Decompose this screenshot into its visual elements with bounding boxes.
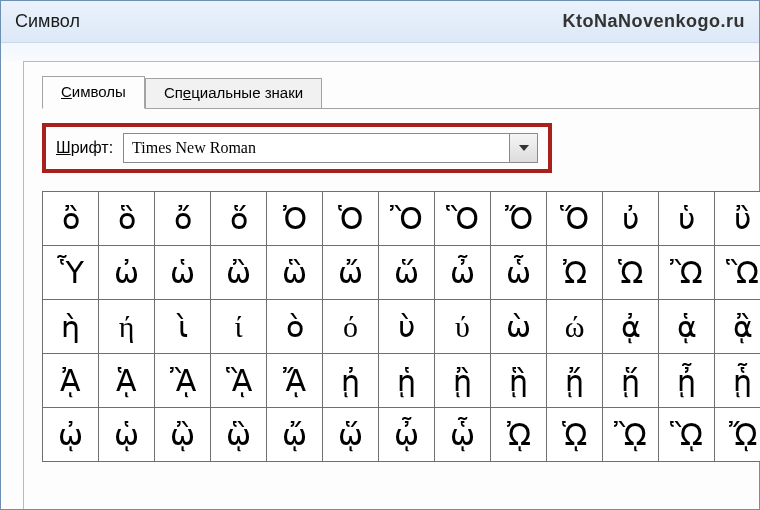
font-label-ul: Ш [56,139,71,156]
font-row-highlight: Шрифт: Times New Roman [42,123,552,173]
char-cell[interactable]: ὐ [603,192,659,246]
char-cell[interactable]: ᾩ [547,408,603,462]
char-cell[interactable]: ὑ [659,192,715,246]
char-cell[interactable]: ὧ [491,246,547,300]
char-cell[interactable]: ᾨ [491,408,547,462]
char-cell[interactable]: ᾕ [603,354,659,408]
char-cell[interactable]: ᾀ [603,300,659,354]
char-cell[interactable]: ὶ [155,300,211,354]
char-cell[interactable]: Ὃ [435,192,491,246]
char-cell[interactable]: ὡ [155,246,211,300]
char-cell[interactable]: ὥ [379,246,435,300]
char-cell[interactable]: ᾊ [155,354,211,408]
char-cell[interactable]: ᾡ [99,408,155,462]
window-title: Символ [15,11,80,32]
symbol-dialog: Символ KtoNaNovenkogo.ru Символы Специал… [0,0,760,510]
char-cell[interactable]: ᾖ [659,354,715,408]
char-cell[interactable]: ᾗ [715,354,761,408]
char-cell[interactable]: ή [99,300,155,354]
char-cell[interactable]: ᾪ [603,408,659,462]
char-cell[interactable]: ᾋ [211,354,267,408]
char-cell[interactable]: ό [323,300,379,354]
char-cell[interactable]: Ὄ [491,192,547,246]
char-cell[interactable]: Ὁ [323,192,379,246]
char-cell[interactable]: ᾬ [715,408,761,462]
char-cell[interactable]: Ὅ [547,192,603,246]
tab-special-pre: Сп [164,84,183,101]
char-cell[interactable]: ὦ [435,246,491,300]
tab-panel-symbols: Шрифт: Times New Roman ὂὃὄὅὈὉὊὋὌὍὐὑὒὟὠὡὢ… [42,108,759,462]
chevron-down-icon [519,145,529,151]
char-cell[interactable]: Ὠ [547,246,603,300]
char-cell[interactable]: ᾠ [43,408,99,462]
char-cell[interactable]: ᾑ [379,354,435,408]
char-cell[interactable]: ὄ [155,192,211,246]
char-cell[interactable]: ᾥ [323,408,379,462]
char-row: ὟὠὡὢὣὤὥὦὧὨὩὪὫ [43,246,761,300]
char-cell[interactable]: ᾫ [659,408,715,462]
tab-symbols-underline: С [61,83,72,100]
char-cell[interactable]: Ὡ [603,246,659,300]
character-grid: ὂὃὄὅὈὉὊὋὌὍὐὑὒὟὠὡὢὣὤὥὦὧὨὩὪὫὴήὶίὸόὺύὼώᾀᾁᾂᾈ… [42,191,760,462]
tab-strip: Символы Специальные знаки [42,76,759,109]
char-cell[interactable]: ᾒ [435,354,491,408]
char-cell[interactable]: Ὗ [43,246,99,300]
font-dropdown-button[interactable] [509,134,537,162]
char-cell[interactable]: ᾔ [547,354,603,408]
char-cell[interactable]: ᾤ [267,408,323,462]
char-cell[interactable]: ὂ [43,192,99,246]
char-cell[interactable]: ὴ [43,300,99,354]
char-cell[interactable]: ᾂ [715,300,761,354]
char-cell[interactable]: Ὂ [379,192,435,246]
char-cell[interactable]: ᾐ [323,354,379,408]
char-cell[interactable]: ὤ [323,246,379,300]
titlebar: Символ KtoNaNovenkogo.ru [1,1,759,43]
tab-special[interactable]: Специальные знаки [145,78,322,109]
char-cell[interactable]: ᾓ [491,354,547,408]
char-cell[interactable]: ὼ [491,300,547,354]
char-row: ᾠᾡᾢᾣᾤᾥᾦᾧᾨᾩᾪᾫᾬ [43,408,761,462]
char-cell[interactable]: Ὢ [659,246,715,300]
tab-special-underline: е [183,84,191,101]
char-cell[interactable]: ᾉ [99,354,155,408]
tab-symbols[interactable]: Символы [42,76,145,109]
char-cell[interactable]: ώ [547,300,603,354]
tab-symbols-rest: имволы [72,83,126,100]
char-cell[interactable]: ᾣ [211,408,267,462]
char-cell[interactable]: ᾌ [267,354,323,408]
char-cell[interactable]: ὣ [267,246,323,300]
char-cell[interactable]: Ὣ [715,246,761,300]
char-cell[interactable]: ᾁ [659,300,715,354]
char-cell[interactable]: ὸ [267,300,323,354]
char-row: ὂὃὄὅὈὉὊὋὌὍὐὑὒ [43,192,761,246]
content-area: Символы Специальные знаки Шрифт: Times N… [23,61,759,509]
char-cell[interactable]: ᾧ [435,408,491,462]
char-cell[interactable]: ί [211,300,267,354]
char-cell[interactable]: ὃ [99,192,155,246]
char-cell[interactable]: ύ [435,300,491,354]
char-cell[interactable]: Ὀ [267,192,323,246]
font-label: Шрифт: [56,139,113,157]
font-label-rest: рифт: [71,139,113,156]
char-cell[interactable]: ᾢ [155,408,211,462]
font-combobox-value: Times New Roman [124,139,509,157]
tab-special-rest: циальные знаки [191,84,303,101]
watermark: KtoNaNovenkogo.ru [562,11,745,32]
char-cell[interactable]: ὺ [379,300,435,354]
char-row: ᾈᾉᾊᾋᾌᾐᾑᾒᾓᾔᾕᾖᾗ [43,354,761,408]
char-row: ὴήὶίὸόὺύὼώᾀᾁᾂ [43,300,761,354]
char-cell[interactable]: ᾈ [43,354,99,408]
char-cell[interactable]: ὢ [211,246,267,300]
char-cell[interactable]: ὅ [211,192,267,246]
char-cell[interactable]: ὠ [99,246,155,300]
font-combobox[interactable]: Times New Roman [123,133,538,163]
char-cell[interactable]: ᾦ [379,408,435,462]
char-cell[interactable]: ὒ [715,192,761,246]
